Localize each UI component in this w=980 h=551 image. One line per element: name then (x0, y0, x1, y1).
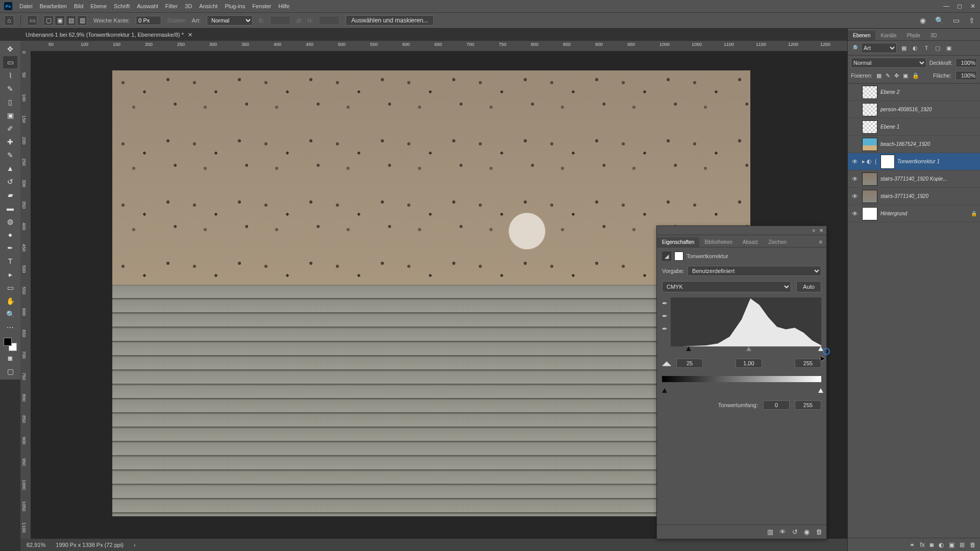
channel-select[interactable]: CMYK (662, 281, 791, 292)
layer-lock-icon[interactable]: 🔒 (971, 211, 977, 216)
filter-smart-icon[interactable]: ▣ (945, 44, 953, 52)
layer-row[interactable]: 👁stairs-3771140_1920 Kopie... (848, 170, 980, 188)
calculate-histogram-icon[interactable]: ◢◣ (662, 360, 671, 367)
style-select[interactable]: Normal (207, 15, 253, 26)
link-layers-icon[interactable]: ⚭ (910, 541, 915, 548)
type-tool[interactable]: T (3, 255, 17, 267)
add-mask-icon[interactable]: ◙ (930, 541, 934, 548)
menu-fenster[interactable]: Fenster (252, 3, 271, 9)
ruler-vertical[interactable]: 0501001502002503003504004505005506006507… (20, 51, 31, 539)
color-swatches[interactable] (4, 338, 17, 351)
blur-tool[interactable]: ◍ (3, 215, 17, 228)
menu-ansicht[interactable]: Ansicht (199, 3, 217, 9)
fill-input[interactable] (955, 71, 977, 80)
lock-pixels-icon[interactable]: ✎ (886, 72, 890, 79)
tab-pfade[interactable]: Pfade (902, 31, 925, 40)
view-previous-icon[interactable]: 👁 (779, 528, 786, 536)
tab-zeichen[interactable]: Zeichen (763, 237, 792, 247)
dodge-tool[interactable]: ● (3, 229, 17, 241)
tab-absatz[interactable]: Absatz (738, 237, 764, 247)
layer-row[interactable]: 👁stairs-3771140_1920 (848, 188, 980, 205)
edit-toolbar-icon[interactable]: ⋯ (3, 321, 17, 334)
white-eyedropper-icon[interactable]: ✒ (662, 325, 668, 333)
preset-select[interactable]: Benutzerdefiniert (688, 266, 821, 276)
status-chevron-icon[interactable]: › (134, 542, 136, 548)
zoom-readout[interactable]: 62,91% (27, 542, 45, 548)
layer-row[interactable]: Ebene 2 (848, 84, 980, 101)
hand-tool[interactable]: ✋ (3, 295, 17, 307)
filter-shape-icon[interactable]: ▢ (934, 44, 942, 52)
tab-kanaele[interactable]: Kanäle (875, 31, 901, 40)
reset-icon[interactable]: ↺ (792, 528, 798, 536)
layer-fx-icon[interactable]: fx (920, 541, 924, 548)
layer-visibility-icon[interactable]: 👁 (851, 176, 859, 183)
layer-visibility-icon[interactable]: 👁 (851, 193, 859, 200)
search-icon[interactable]: 🔍 (935, 16, 944, 24)
layer-row[interactable]: 👁▸◐❘Tonwertkorrektur 1 (848, 153, 980, 170)
output-black-field[interactable] (763, 400, 790, 410)
sel-intersect-icon[interactable]: ▥ (77, 15, 87, 26)
pen-tool[interactable]: ✒ (3, 242, 17, 254)
lock-artboard-icon[interactable]: ▣ (903, 72, 908, 79)
select-and-mask-button[interactable]: Auswählen und maskieren... (346, 15, 434, 26)
menu-3d[interactable]: 3D (185, 3, 192, 9)
clip-to-layer-icon[interactable]: ▥ (767, 528, 773, 536)
filter-adjust-icon[interactable]: ◐ (911, 44, 919, 52)
blend-mode-select[interactable]: Normal (851, 58, 926, 68)
layer-thumb[interactable] (862, 103, 877, 116)
window-close-icon[interactable]: ✕ (969, 2, 977, 10)
move-tool[interactable]: ✥ (3, 43, 17, 55)
layer-row[interactable]: beach-1867524_1920 (848, 136, 980, 153)
input-white-slider[interactable] (818, 346, 823, 351)
brush-tool[interactable]: ✎ (3, 149, 17, 161)
sel-subtract-icon[interactable]: ▤ (66, 15, 76, 26)
home-icon[interactable]: ⌂ (4, 15, 14, 26)
layer-thumb[interactable] (862, 207, 877, 220)
menu-bild[interactable]: Bild (74, 3, 83, 9)
layer-thumb[interactable] (862, 138, 877, 151)
layer-visibility-icon[interactable]: 👁 (851, 210, 859, 217)
path-select-tool[interactable]: ▸ (3, 268, 17, 281)
feather-input[interactable] (136, 16, 161, 25)
ruler-horizontal[interactable]: 0501001502002503003504004505005506006507… (20, 41, 847, 51)
sel-new-icon[interactable]: ▢ (43, 15, 54, 26)
quick-mask-icon[interactable]: ◙ (3, 352, 17, 364)
share-icon[interactable]: ⇪ (969, 16, 975, 24)
tab-ebenen[interactable]: Ebenen (848, 31, 875, 40)
layer-name[interactable]: Ebene 1 (880, 124, 977, 130)
document-tab[interactable]: Unbenannt-1 bei 62,9% (Tonwertkorrektur … (20, 30, 198, 40)
close-tab-icon[interactable]: ✕ (188, 32, 192, 38)
new-adjustment-icon[interactable]: ◐ (939, 541, 944, 548)
lock-transparent-icon[interactable]: ▦ (876, 72, 881, 79)
layer-mask-thumb[interactable] (881, 155, 894, 168)
workspace-icon[interactable]: ▭ (953, 16, 960, 24)
menu-bearbeiten[interactable]: Bearbeiten (40, 3, 67, 9)
black-eyedropper-icon[interactable]: ✒ (662, 299, 668, 307)
layer-name[interactable]: stairs-3771140_1920 (880, 193, 977, 199)
mask-thumb-icon[interactable] (674, 252, 683, 261)
window-minimize-icon[interactable]: — (942, 2, 950, 10)
layer-row[interactable]: 👁Hintergrund🔒 (848, 205, 980, 222)
input-gamma-field[interactable] (736, 359, 762, 368)
filter-type-select[interactable]: Art (861, 43, 897, 53)
marquee-thumb-icon[interactable]: ▭ (27, 15, 37, 26)
crop-tool[interactable]: ▯ (3, 96, 17, 108)
input-black-field[interactable] (676, 359, 703, 368)
doc-info-readout[interactable]: 1990 Px x 1338 Px (72 ppi) (56, 542, 124, 548)
lasso-tool[interactable]: ⌇ (3, 69, 17, 82)
gradient-tool[interactable]: ▬ (3, 202, 17, 214)
tab-bibliotheken[interactable]: Bibliotheken (699, 237, 737, 247)
layer-name[interactable]: person-4008516_1920 (880, 107, 977, 112)
cloud-docs-icon[interactable]: ◉ (920, 16, 926, 24)
clone-stamp-tool[interactable]: ▲ (3, 162, 17, 174)
menu-plugins[interactable]: Plug-ins (225, 3, 245, 9)
auto-button[interactable]: Auto (796, 281, 821, 292)
panel-menu-icon[interactable]: ≡ (815, 237, 826, 247)
eyedropper-tool[interactable]: ✐ (3, 122, 17, 135)
layer-name[interactable]: beach-1867524_1920 (880, 141, 977, 147)
document-image[interactable] (112, 70, 750, 516)
menu-filter[interactable]: Filter (165, 3, 178, 9)
filter-pixel-icon[interactable]: ▦ (900, 44, 908, 52)
tab-3d[interactable]: 3D (925, 31, 942, 40)
menu-hilfe[interactable]: Hilfe (278, 3, 289, 9)
